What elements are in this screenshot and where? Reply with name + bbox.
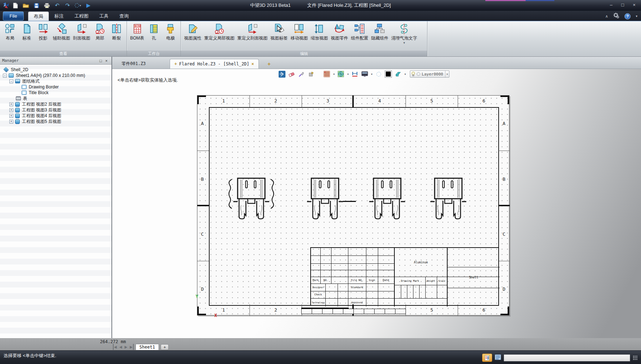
manager-restore-icon[interactable]: □	[98, 58, 104, 63]
tb-fileno-label: File NO.	[348, 277, 366, 284]
drawing-view-4[interactable]	[430, 177, 466, 222]
tree-item-table[interactable]: 表	[0, 96, 111, 101]
zone-row-label: C	[503, 231, 505, 237]
help-button[interactable]: ?	[624, 13, 631, 19]
collapse-expander-icon[interactable]: -	[9, 79, 13, 83]
drawing-sheet[interactable]: 1 2 3 4 5 6 1 2 3 4 5 6 A B C D A B C D	[197, 95, 509, 315]
layer-combobox[interactable]: Layer0000 ▾	[410, 70, 449, 78]
paintbrush-icon[interactable]	[298, 70, 305, 78]
collapse-ribbon-icon[interactable]: ∧	[605, 14, 608, 19]
doc-tab-close-icon[interactable]: ×	[251, 61, 254, 66]
tab-annotation[interactable]: 标注	[49, 11, 69, 21]
resume-play-icon[interactable]: ▶	[85, 2, 92, 9]
tree-item-drawing-border[interactable]: Drawing Border	[0, 84, 111, 90]
sheet-tab-sheet1[interactable]: Sheet1	[136, 344, 159, 350]
selection-set-icon[interactable]: ▾	[75, 2, 81, 9]
open-file-icon[interactable]	[23, 2, 29, 9]
manager-close-icon[interactable]: ×	[104, 58, 109, 63]
auxiliary-view-button[interactable]: 辅助视图	[51, 22, 72, 41]
view-attributes-button[interactable]: 视图属性	[183, 22, 203, 41]
print-icon[interactable]	[44, 2, 50, 9]
expand-expander-icon[interactable]: +	[9, 108, 13, 112]
title-block[interactable]: Mark NO. File NO. Sign Date Designer Sta…	[310, 247, 499, 306]
tb-no-label: NO.	[320, 277, 331, 284]
hole-button[interactable]: 孔	[146, 22, 162, 41]
close-button[interactable]: ×	[629, 1, 639, 8]
tab-drawing[interactable]: 工程图	[69, 11, 94, 21]
expand-expander-icon[interactable]: +	[9, 114, 13, 118]
drawing-view-3[interactable]	[369, 177, 405, 222]
redefine-section-view-button[interactable]: 重定义剖面视图	[236, 22, 269, 41]
help-caret-icon[interactable]: ▾	[636, 14, 637, 18]
view-orientation-icon[interactable]	[337, 70, 344, 78]
collapse-expander-icon[interactable]: -	[3, 74, 7, 78]
first-sheet-icon[interactable]: ◀	[113, 344, 117, 350]
new-file-icon[interactable]	[12, 2, 19, 9]
clean-balloon-text-button[interactable]: 清理气泡文字▾	[390, 22, 418, 44]
tab-inquire[interactable]: 查询	[114, 11, 134, 21]
selection-filter-icon[interactable]	[375, 70, 382, 78]
history-list-icon[interactable]	[495, 354, 501, 361]
hide-component-button[interactable]: 隐藏组件	[370, 22, 390, 41]
redefine-detail-view-button[interactable]: 重定义局部视图	[203, 22, 236, 41]
next-sheet-icon[interactable]: ▶	[124, 344, 128, 350]
grid-icon[interactable]	[323, 70, 330, 78]
blank-entity-caret-icon[interactable]: ▾	[404, 73, 406, 76]
tree-item-view2[interactable]: +工程图 视图2 后视图	[0, 101, 111, 107]
redo-icon[interactable]: ↷	[64, 2, 71, 9]
layer-caret-icon[interactable]: ▾	[445, 71, 448, 77]
view-orientation-caret-icon[interactable]: ▾	[347, 73, 349, 76]
new-doc-tab-button[interactable]: +	[267, 61, 271, 67]
drawing-view-2[interactable]	[307, 177, 343, 222]
exit-sketch-icon[interactable]	[278, 70, 285, 78]
blank-entity-icon[interactable]	[394, 70, 402, 78]
prompt-toggle-button[interactable]	[482, 354, 492, 362]
file-menu-button[interactable]: File	[3, 11, 24, 20]
tab-tools[interactable]: 工具	[94, 11, 114, 21]
resize-grip[interactable]	[633, 355, 637, 360]
add-sheet-button[interactable]: +	[161, 344, 169, 350]
tree-item-root[interactable]: Shell_2D	[0, 67, 111, 73]
layout-button[interactable]: 布局	[2, 22, 18, 41]
expand-expander-icon[interactable]: +	[9, 102, 13, 106]
line-color-swatch[interactable]	[385, 70, 392, 78]
section-view-button[interactable]: 剖面视图	[72, 22, 92, 41]
filter-icon[interactable]	[307, 70, 315, 78]
zoom-view-button[interactable]: 缩放视图	[309, 22, 329, 41]
save-icon[interactable]	[33, 2, 40, 9]
last-sheet-icon[interactable]: ▶	[129, 344, 134, 350]
prev-sheet-icon[interactable]: ◀	[119, 344, 123, 350]
eraser-icon[interactable]	[288, 70, 295, 78]
maximize-button[interactable]: □	[618, 1, 627, 8]
zone-col-label: 6	[482, 307, 485, 313]
detail-view-button[interactable]: 局部	[92, 22, 108, 41]
tree-item-title-block[interactable]: Title Block	[0, 90, 111, 96]
move-view-button[interactable]: 移动视图	[289, 22, 309, 41]
settings-gear-icon[interactable]	[613, 12, 619, 20]
projection-button[interactable]: 投影	[35, 22, 51, 41]
display-mode-icon[interactable]	[361, 70, 368, 78]
component-config-button[interactable]: 组件配置	[349, 22, 370, 41]
tree-item-view3[interactable]: +工程图 视图3 后视图	[0, 107, 111, 113]
broken-view-button[interactable]: 断裂	[108, 22, 125, 41]
dimension-style-icon[interactable]	[351, 70, 358, 78]
tree-item-view4[interactable]: +工程图 视图4 后视图	[0, 113, 111, 119]
minimize-button[interactable]: –	[606, 1, 616, 8]
electrode-button[interactable]: 电极	[162, 22, 179, 41]
undo-icon[interactable]: ↶	[54, 2, 60, 9]
doc-tab-flared-hole[interactable]: + Flared Hole.Z3 - [Shell_2D] ×	[170, 59, 259, 69]
expand-expander-icon[interactable]: +	[9, 120, 13, 124]
tree-item-view5[interactable]: +工程图 视图5 后视图	[0, 119, 111, 124]
tree-item-sheet1[interactable]: -Sheet1 A4(H) (297.00 x 210.00 mm)	[0, 73, 111, 78]
drawing-view-1[interactable]	[228, 177, 275, 222]
drawing-canvas[interactable]: <单击右键>获取实体输入选项. ▾ ▾ ▾ ▾ Layer0000 ▾ 1 2 …	[112, 69, 641, 338]
bom-table-button[interactable]: BOMBOM表	[129, 22, 146, 41]
clean-balloon-caret-icon[interactable]: ▾	[403, 41, 405, 44]
doc-tab-part001[interactable]: 零件001.Z3	[117, 59, 150, 69]
tree-item-sheet-format[interactable]: -图纸格式	[0, 78, 111, 84]
view-part-button[interactable]: 视图零件	[329, 22, 349, 41]
standard-view-button[interactable]: 标准	[18, 22, 35, 41]
display-mode-caret-icon[interactable]: ▾	[371, 73, 372, 76]
tab-layout[interactable]: 布局	[28, 11, 49, 21]
grid-caret-icon[interactable]: ▾	[333, 73, 335, 76]
